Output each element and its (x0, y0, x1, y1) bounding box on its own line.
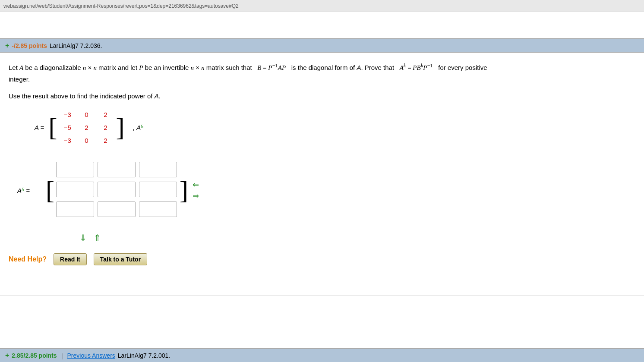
arrow-right-button[interactable]: ⇒ (191, 191, 201, 201)
cell-2-0: −3 (64, 137, 71, 144)
answer-matrix-inputs (54, 158, 180, 222)
matrix-values-grid: −3 0 2 −5 2 2 −3 0 2 (57, 107, 116, 148)
need-help-section: Need Help? Read It Talk to a Tutor (9, 253, 635, 265)
question-body: Let A be a diagonalizable n × n matrix a… (0, 53, 644, 278)
problem-id: LarLinAlg7 7.2.036. (50, 42, 102, 49)
cell-0-2: 2 (104, 111, 107, 118)
url-text: webassign.net/web/Student/Assignment-Res… (3, 3, 239, 9)
browser-address-bar: webassign.net/web/Student/Assignment-Res… (0, 0, 644, 12)
equation-Ak: Ak = PBkP−1 (400, 64, 433, 71)
cell-1-1: 2 (85, 124, 88, 131)
bracket-left: [ (48, 114, 57, 140)
input-2-2[interactable] (139, 201, 177, 217)
matrix-A-label: A = (35, 124, 44, 131)
bottom-divider (0, 296, 644, 296)
input-2-0[interactable] (56, 201, 94, 217)
down-up-controls: ⇓ ⇑ (78, 233, 635, 243)
matrix-bracket-wrap: [ −3 0 2 −5 2 2 −3 0 2 ] (48, 107, 124, 148)
arrow-up-button[interactable]: ⇑ (92, 233, 103, 243)
matrix-power-label: , A5 (133, 124, 143, 131)
cell-2-1: 0 (85, 137, 88, 144)
use-result-text: Use the result above to find the indicat… (9, 92, 635, 100)
power-base: , A (133, 124, 141, 131)
lr-arrow-controls: ⇐ ⇒ (191, 180, 201, 201)
input-2-1[interactable] (98, 201, 136, 217)
arrow-down-button[interactable]: ⇓ (78, 233, 88, 243)
answer-section: A5 = [ ] ⇐ ⇒ (17, 158, 635, 222)
talk-to-tutor-button[interactable]: Talk to a Tutor (94, 253, 147, 265)
var-n: n (83, 64, 86, 71)
cell-2-2: 2 (104, 137, 107, 144)
var-n2: n (93, 64, 97, 71)
answer-bracket-left: [ (46, 177, 54, 203)
input-1-1[interactable] (98, 182, 136, 197)
problem-statement: Let A be a diagonalizable n × n matrix a… (9, 61, 635, 85)
answer-matrix-wrap: [ ] ⇐ ⇒ (46, 158, 201, 222)
answer-label: A5 = (17, 187, 39, 194)
points-display: -/2.85 points (12, 42, 47, 49)
answer-exp: 5 (22, 187, 24, 192)
question-header: + -/2.85 points LarLinAlg7 7.2.036. (0, 38, 644, 53)
cell-1-2: 2 (104, 124, 107, 131)
need-help-label: Need Help? (9, 255, 47, 263)
input-0-1[interactable] (98, 162, 136, 177)
var-n3: n (191, 64, 194, 71)
cell-0-0: −3 (64, 111, 71, 118)
equation-B: B = P−1AP (257, 64, 286, 71)
cell-1-0: −5 (64, 124, 71, 131)
var-n4: n (201, 64, 205, 71)
arrow-left-button[interactable]: ⇐ (191, 180, 201, 189)
matrix-A-display: A = [ −3 0 2 −5 2 2 −3 0 2 ] , A5 (35, 107, 635, 148)
read-it-button[interactable]: Read It (54, 253, 87, 265)
expand-icon[interactable]: + (5, 42, 9, 50)
cell-0-1: 0 (85, 111, 88, 118)
answer-bracket-right: ] (180, 177, 188, 203)
var-P: P (139, 64, 143, 71)
power-exp: 5 (141, 124, 143, 129)
var-A: A (19, 64, 23, 71)
input-0-0[interactable] (56, 162, 94, 177)
spacer (0, 278, 644, 296)
input-0-2[interactable] (139, 162, 177, 177)
input-1-2[interactable] (139, 182, 177, 197)
bracket-right: ] (116, 114, 124, 140)
input-1-0[interactable] (56, 182, 94, 197)
